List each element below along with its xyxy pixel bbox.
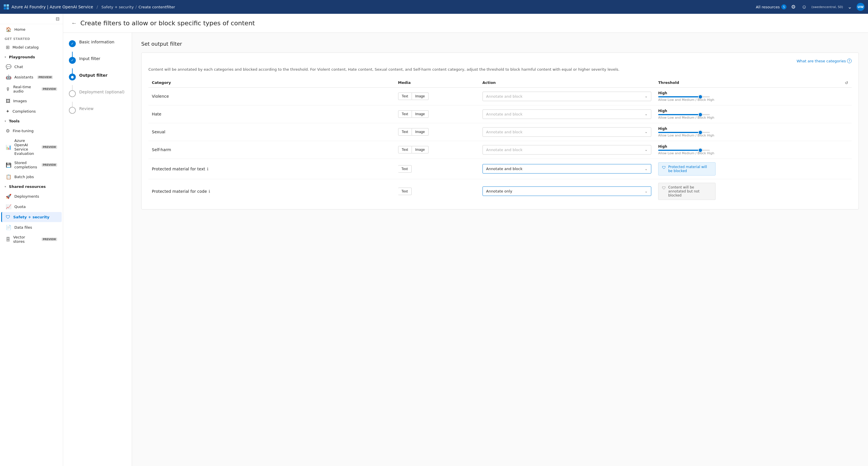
threshold-slider-hate[interactable] bbox=[658, 114, 710, 115]
sidebar-item-realtime-audio[interactable]: 🎙 Real-time audio PREVIEW bbox=[1, 83, 62, 96]
wizard-step-review[interactable]: Review bbox=[69, 106, 126, 114]
wizard-step-deployment[interactable]: Deployment (optional) bbox=[69, 90, 126, 97]
user-avatar[interactable]: UW bbox=[857, 3, 865, 11]
threshold-slider-wrap-self-harm bbox=[658, 150, 848, 151]
vector-stores-icon: 🗄 bbox=[6, 237, 10, 242]
action-text-protected-material-text: Annotate and block bbox=[486, 167, 523, 171]
sidebar-item-fine-tuning[interactable]: ⚙ Fine-tuning bbox=[1, 126, 62, 136]
all-resources-dropdown[interactable]: All resources 5 bbox=[756, 4, 786, 9]
feedback-icon[interactable]: ☺ bbox=[800, 3, 808, 11]
action-cell-sexual: Annotate and block⌄ bbox=[479, 123, 655, 141]
sidebar-item-batch-jobs[interactable]: 📋 Batch jobs bbox=[1, 172, 62, 182]
back-button[interactable]: ← bbox=[71, 20, 77, 26]
expand-icon[interactable]: ⌄ bbox=[846, 3, 853, 11]
media-cell-self-harm: TextImage bbox=[395, 141, 479, 158]
sidebar-item-images[interactable]: 🖼 Images bbox=[1, 96, 62, 106]
sidebar-collapse[interactable]: ⊟ bbox=[0, 14, 63, 24]
media-btn-hate-text[interactable]: Text bbox=[398, 110, 412, 118]
media-btn-protected-material-text-text[interactable]: Text bbox=[398, 165, 412, 173]
action-dropdown-violence[interactable]: Annotate and block⌄ bbox=[483, 92, 652, 101]
action-text-protected-material-code: Annotate only bbox=[486, 189, 513, 193]
filter-section-title: Set output filter bbox=[141, 41, 859, 47]
model-catalog-icon: ⊞ bbox=[6, 45, 9, 50]
media-btn-self-harm-image[interactable]: Image bbox=[412, 146, 429, 153]
assistants-label: Assistants bbox=[14, 75, 33, 79]
wizard-step-output-filter[interactable]: ● Output filter bbox=[69, 73, 126, 81]
category-cell-violence: Violence bbox=[148, 87, 395, 105]
shared-resources-chevron: ▾ bbox=[5, 185, 6, 188]
info-icon-protected-material-text[interactable]: ℹ bbox=[207, 167, 208, 171]
info-icon-protected-material-code[interactable]: ℹ bbox=[209, 189, 210, 194]
shared-resources-section[interactable]: ▾ Shared resources bbox=[0, 182, 63, 191]
threshold-slider-violence[interactable] bbox=[658, 96, 710, 97]
svg-rect-0 bbox=[4, 4, 6, 7]
sidebar-item-model-catalog[interactable]: ⊞ Model catalog bbox=[1, 42, 62, 52]
action-dropdown-hate[interactable]: Annotate and block⌄ bbox=[483, 110, 652, 119]
action-dropdown-chevron-protected-material-code: ⌄ bbox=[645, 189, 648, 193]
wizard-step-basic-info[interactable]: ✓ Basic information bbox=[69, 40, 126, 47]
action-text-hate: Annotate and block bbox=[486, 112, 523, 116]
sidebar-item-azure-eval[interactable]: 📊 Azure OpenAI Service Evaluation PREVIE… bbox=[1, 136, 62, 158]
sidebar-item-stored-completions[interactable]: 💾 Stored completions PREVIEW bbox=[1, 158, 62, 172]
media-btn-self-harm-text[interactable]: Text bbox=[398, 146, 412, 153]
wizard-step-input-filter[interactable]: ✓ Input filter bbox=[69, 56, 126, 64]
action-dropdown-protected-material-text[interactable]: Annotate and block⌄ bbox=[483, 164, 652, 174]
azure-eval-badge: PREVIEW bbox=[42, 145, 57, 149]
quota-icon: 📈 bbox=[6, 204, 11, 209]
media-btn-protected-material-code-text[interactable]: Text bbox=[398, 187, 412, 195]
table-row-protected-material-text: Protected material for textℹTextAnnotate… bbox=[148, 158, 851, 179]
sidebar-item-safety-security[interactable]: 🛡 Safety + security bbox=[1, 212, 62, 222]
threshold-slider-self-harm[interactable] bbox=[658, 150, 710, 151]
deployments-label: Deployments bbox=[14, 194, 39, 199]
breadcrumb-sep-1: / bbox=[135, 5, 137, 9]
topbar-right: All resources 5 ⚙ ☺ (swedencentral, S0) … bbox=[756, 3, 865, 11]
sidebar-home-label: Home bbox=[14, 27, 25, 32]
threshold-sub-hate: Allow Low and Medium / Block High bbox=[658, 116, 848, 119]
region-text: (swedencentral, S0) bbox=[811, 5, 843, 9]
threshold-slider-sexual[interactable] bbox=[658, 132, 710, 133]
action-dropdown-protected-material-code[interactable]: Annotate only⌄ bbox=[483, 186, 652, 196]
svg-rect-3 bbox=[7, 7, 9, 9]
sidebar-item-data-files[interactable]: 📄 Data files bbox=[1, 222, 62, 232]
sidebar-item-assistants[interactable]: 🤖 Assistants PREVIEW bbox=[1, 72, 62, 82]
sidebar-item-deployments[interactable]: 🚀 Deployments bbox=[1, 191, 62, 201]
breadcrumb-safety[interactable]: Safety + security bbox=[101, 5, 134, 9]
step-indicator-input-filter: ✓ bbox=[69, 57, 76, 64]
category-cell-protected-material-text: Protected material for textℹ bbox=[148, 158, 395, 179]
sidebar-item-quota[interactable]: 📈 Quota bbox=[1, 202, 62, 212]
assistants-icon: 🤖 bbox=[6, 75, 11, 80]
media-btn-hate-image[interactable]: Image bbox=[412, 110, 429, 118]
sidebar-item-vector-stores[interactable]: 🗄 Vector stores PREVIEW bbox=[1, 233, 62, 246]
reset-threshold-icon[interactable]: ↺ bbox=[845, 81, 848, 85]
media-cell-violence: TextImage bbox=[395, 87, 479, 105]
sidebar-item-chat[interactable]: 💬 Chat bbox=[1, 62, 62, 72]
col-header-category: Category bbox=[148, 78, 395, 88]
collapse-sidebar-btn[interactable]: ⊟ bbox=[56, 16, 59, 22]
category-cell-self-harm: Self-harm bbox=[148, 141, 395, 158]
stored-completions-icon: 💾 bbox=[6, 162, 11, 168]
action-dropdown-self-harm[interactable]: Annotate and block⌄ bbox=[483, 145, 652, 154]
vector-stores-label: Vector stores bbox=[13, 235, 38, 244]
media-btn-sexual-text[interactable]: Text bbox=[398, 128, 412, 136]
vector-stores-badge: PREVIEW bbox=[42, 238, 57, 241]
media-btn-sexual-image[interactable]: Image bbox=[412, 128, 429, 136]
table-row-self-harm: Self-harmTextImageAnnotate and block⌄Hig… bbox=[148, 141, 851, 158]
action-dropdown-sexual[interactable]: Annotate and block⌄ bbox=[483, 127, 652, 137]
sidebar-item-completions[interactable]: ✦ Completions bbox=[1, 106, 62, 116]
playgrounds-section[interactable]: ▾ Playgrounds bbox=[0, 53, 63, 61]
shared-resources-header: Shared resources bbox=[9, 184, 45, 189]
what-are-categories-help-icon: ? bbox=[847, 59, 851, 63]
chat-icon: 💬 bbox=[6, 64, 11, 69]
brand-logo: Azure AI Foundry | Azure OpenAI Service bbox=[3, 4, 93, 10]
media-btn-violence-text[interactable]: Text bbox=[398, 92, 412, 100]
settings-icon[interactable]: ⚙ bbox=[790, 3, 797, 11]
category-cell-protected-material-code: Protected material for codeℹ bbox=[148, 179, 395, 203]
tools-section[interactable]: ▾ Tools bbox=[0, 117, 63, 125]
media-btn-violence-image[interactable]: Image bbox=[412, 92, 429, 100]
threshold-cell-hate: HighAllow Low and Medium / Block High bbox=[655, 105, 851, 123]
wizard-steps-panel: ✓ Basic information ✓ Input filter ● Out… bbox=[63, 33, 132, 466]
what-are-categories-link[interactable]: What are these categories ? bbox=[148, 59, 851, 63]
azure-logo-icon bbox=[3, 4, 9, 10]
sidebar-item-home[interactable]: 🏠 Home bbox=[1, 24, 62, 34]
notification-badge: 5 bbox=[781, 4, 786, 9]
